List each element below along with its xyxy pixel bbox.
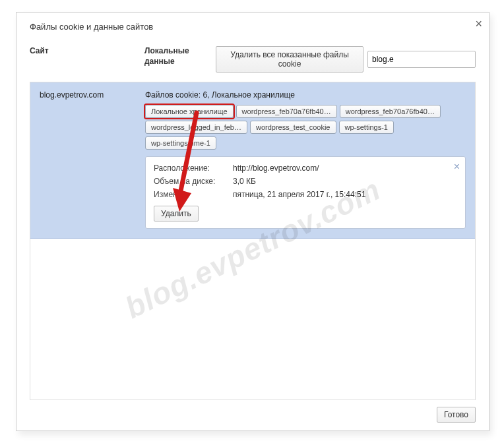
detail-size-label: Объем на диске: (154, 177, 233, 186)
dialog-footer: Готово (30, 400, 476, 423)
dialog-inner: Файлы cookie и данные сайтов Сайт Локаль… (16, 13, 489, 430)
dialog-title: Файлы cookie и данные сайтов (30, 22, 476, 32)
header-row: Сайт Локальные данные Удалить все показа… (30, 46, 476, 73)
detail-location-value: http://blog.evpetrov.com/ (233, 163, 457, 173)
chip-cookie[interactable]: wordpress_feb70a76fb40… (236, 105, 337, 118)
chip-row-1: Локальное хранилище wordpress_feb70a76fb… (145, 105, 466, 118)
site-details: Файлов cookie: 6, Локальное хранилище Ло… (145, 90, 466, 229)
chip-local-storage[interactable]: Локальное хранилище (145, 105, 234, 118)
chip-cookie[interactable]: wp-settings-1 (339, 121, 394, 134)
detail-size-value: 3,0 КБ (233, 177, 457, 186)
close-panel-icon[interactable]: × (454, 161, 460, 173)
chip-row-2: wordpress_logged_in_feb… wordpress_test_… (145, 121, 466, 150)
cookies-dialog: × Файлы cookie и данные сайтов Сайт Лока… (16, 12, 489, 431)
column-local-data-label: Локальные данные (144, 46, 216, 67)
site-summary: Файлов cookie: 6, Локальное хранилище (145, 90, 466, 100)
chip-cookie[interactable]: wp-settings-time-1 (145, 136, 216, 150)
column-site-label: Сайт (30, 46, 144, 55)
close-icon[interactable]: × (475, 18, 482, 30)
site-row[interactable]: blog.evpetrov.com Файлов cookie: 6, Лока… (30, 82, 475, 239)
cookie-detail-panel: × Расположение: http://blog.evpetrov.com… (145, 156, 466, 229)
site-list: blog.evpetrov.com Файлов cookie: 6, Лока… (30, 82, 476, 400)
detail-modified-value: пятница, 21 апреля 2017 г., 15:44:51 (233, 190, 457, 199)
chip-cookie[interactable]: wordpress_test_cookie (250, 121, 336, 134)
clear-all-button[interactable]: Удалить все показанные файлы cookie (216, 46, 363, 73)
header-actions: Удалить все показанные файлы cookie (216, 46, 476, 73)
detail-location-label: Расположение: (154, 163, 233, 173)
delete-button[interactable]: Удалить (154, 206, 199, 222)
search-input[interactable] (367, 51, 476, 68)
chip-cookie[interactable]: wordpress_feb70a76fb40… (340, 105, 441, 118)
detail-modified-label: Изменен: (154, 190, 233, 199)
site-name: blog.evpetrov.com (40, 90, 145, 229)
done-button[interactable]: Готово (437, 407, 476, 423)
chip-cookie[interactable]: wordpress_logged_in_feb… (145, 121, 247, 134)
